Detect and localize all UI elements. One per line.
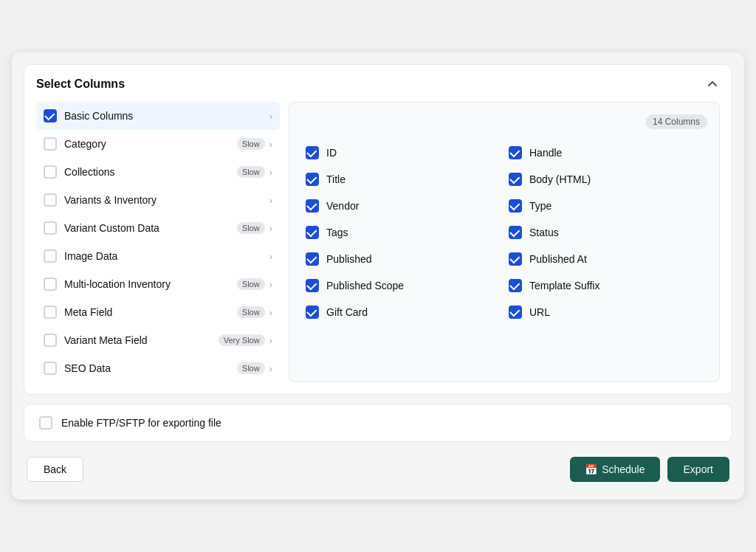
grid-item-handle[interactable]: Handle bbox=[504, 139, 707, 166]
grid-label-type: Type bbox=[529, 200, 551, 212]
grid-label-template-suffix: Template Suffix bbox=[529, 280, 599, 291]
arrow-icon-image-data: › bbox=[269, 251, 272, 262]
grid-item-title[interactable]: Title bbox=[301, 166, 504, 193]
item-label-multi-location-inventory: Multi-location Inventory bbox=[64, 278, 233, 290]
checkbox-variants-inventory[interactable] bbox=[44, 193, 57, 207]
grid-checkbox-published-scope[interactable] bbox=[306, 279, 319, 292]
grid-item-tags[interactable]: Tags bbox=[301, 219, 504, 246]
grid-label-gift-card: Gift Card bbox=[326, 306, 368, 318]
columns-layout: Basic Columns›CategorySlow›CollectionsSl… bbox=[36, 102, 720, 382]
left-panel-item-basic-columns[interactable]: Basic Columns› bbox=[36, 102, 280, 130]
card-header: Select Columns bbox=[36, 77, 720, 92]
badge-variant-meta-field: Very Slow bbox=[219, 334, 265, 346]
badge-meta-field: Slow bbox=[237, 306, 265, 318]
grid-checkbox-tags[interactable] bbox=[306, 226, 319, 239]
ftp-checkbox[interactable] bbox=[39, 416, 52, 429]
badge-multi-location-inventory: Slow bbox=[237, 278, 265, 290]
item-label-seo-data: SEO Data bbox=[64, 362, 233, 374]
export-button[interactable]: Export bbox=[667, 457, 729, 482]
grid-checkbox-published[interactable] bbox=[306, 252, 319, 266]
left-panel-item-meta-field[interactable]: Meta FieldSlow› bbox=[36, 298, 280, 326]
badge-collections: Slow bbox=[237, 166, 265, 178]
grid-checkbox-template-suffix[interactable] bbox=[509, 279, 522, 292]
grid-item-gift-card[interactable]: Gift Card bbox=[301, 299, 504, 325]
left-panel-item-image-data[interactable]: Image Data› bbox=[36, 242, 280, 270]
grid-item-body-html[interactable]: Body (HTML) bbox=[504, 166, 707, 193]
checkbox-image-data[interactable] bbox=[44, 249, 57, 263]
schedule-button[interactable]: 📅 Schedule bbox=[570, 457, 659, 482]
grid-item-template-suffix[interactable]: Template Suffix bbox=[504, 272, 707, 299]
checkbox-seo-data[interactable] bbox=[44, 362, 57, 375]
footer-bar: Back 📅 Schedule Export bbox=[24, 451, 732, 488]
card-title: Select Columns bbox=[36, 77, 125, 91]
grid-label-published: Published bbox=[326, 253, 372, 265]
grid-item-id[interactable]: ID bbox=[301, 139, 504, 166]
grid-label-vendor: Vendor bbox=[326, 200, 359, 212]
columns-count-badge: 14 Columns bbox=[645, 114, 707, 129]
grid-item-published-at[interactable]: Published At bbox=[504, 246, 707, 272]
item-label-collections: Collections bbox=[64, 166, 233, 178]
grid-label-published-at: Published At bbox=[529, 253, 587, 265]
checkbox-collections[interactable] bbox=[44, 165, 57, 179]
grid-label-status: Status bbox=[529, 227, 559, 238]
left-panel-item-variant-meta-field[interactable]: Variant Meta FieldVery Slow› bbox=[36, 326, 280, 354]
arrow-icon-variants-inventory: › bbox=[269, 195, 272, 206]
checkbox-basic-columns[interactable] bbox=[44, 109, 57, 123]
grid-item-published-scope[interactable]: Published Scope bbox=[301, 272, 504, 299]
grid-checkbox-body-html[interactable] bbox=[509, 173, 522, 186]
grid-checkbox-published-at[interactable] bbox=[509, 252, 522, 266]
select-columns-card: Select Columns Basic Columns›CategorySlo… bbox=[24, 64, 732, 395]
right-panel-header: 14 Columns bbox=[301, 114, 707, 129]
checkbox-multi-location-inventory[interactable] bbox=[44, 277, 57, 291]
right-panel: 14 Columns IDHandleTitleBody (HTML)Vendo… bbox=[289, 102, 720, 382]
left-panel-item-variant-custom-data[interactable]: Variant Custom DataSlow› bbox=[36, 214, 280, 242]
grid-checkbox-url[interactable] bbox=[509, 306, 522, 319]
arrow-icon-variant-custom-data: › bbox=[269, 223, 272, 234]
grid-item-vendor[interactable]: Vendor bbox=[301, 193, 504, 219]
grid-label-published-scope: Published Scope bbox=[326, 280, 404, 291]
arrow-icon-meta-field: › bbox=[269, 307, 272, 318]
ftp-label: Enable FTP/SFTP for exporting file bbox=[61, 417, 221, 429]
action-buttons: 📅 Schedule Export bbox=[570, 457, 729, 482]
item-label-category: Category bbox=[64, 138, 233, 150]
item-label-image-data: Image Data bbox=[64, 250, 265, 262]
grid-checkbox-id[interactable] bbox=[306, 146, 319, 159]
grid-checkbox-vendor[interactable] bbox=[306, 199, 319, 213]
left-panel-item-collections[interactable]: CollectionsSlow› bbox=[36, 158, 280, 186]
badge-variant-custom-data: Slow bbox=[237, 222, 265, 234]
checkbox-variant-custom-data[interactable] bbox=[44, 221, 57, 235]
grid-label-title: Title bbox=[326, 173, 346, 185]
grid-label-body-html: Body (HTML) bbox=[529, 173, 591, 185]
grid-checkbox-gift-card[interactable] bbox=[306, 306, 319, 319]
grid-label-url: URL bbox=[529, 306, 550, 318]
arrow-icon-category: › bbox=[269, 139, 272, 150]
main-container: Select Columns Basic Columns›CategorySlo… bbox=[12, 52, 744, 500]
badge-seo-data: Slow bbox=[237, 362, 265, 374]
arrow-icon-variant-meta-field: › bbox=[269, 335, 272, 346]
grid-item-type[interactable]: Type bbox=[504, 193, 707, 219]
arrow-icon-multi-location-inventory: › bbox=[269, 279, 272, 290]
item-label-meta-field: Meta Field bbox=[64, 306, 233, 318]
arrow-icon-collections: › bbox=[269, 167, 272, 178]
checkbox-meta-field[interactable] bbox=[44, 306, 57, 319]
left-panel: Basic Columns›CategorySlow›CollectionsSl… bbox=[36, 102, 280, 382]
grid-checkbox-handle[interactable] bbox=[509, 146, 522, 159]
arrow-icon-basic-columns: › bbox=[269, 111, 272, 122]
checkbox-category[interactable] bbox=[44, 137, 57, 151]
item-label-variant-custom-data: Variant Custom Data bbox=[64, 222, 233, 234]
grid-item-url[interactable]: URL bbox=[504, 299, 707, 325]
grid-item-published[interactable]: Published bbox=[301, 246, 504, 272]
left-panel-item-category[interactable]: CategorySlow› bbox=[36, 130, 280, 158]
left-panel-item-multi-location-inventory[interactable]: Multi-location InventorySlow› bbox=[36, 270, 280, 298]
grid-checkbox-title[interactable] bbox=[306, 173, 319, 186]
left-panel-item-seo-data[interactable]: SEO DataSlow› bbox=[36, 354, 280, 382]
ftp-card: Enable FTP/SFTP for exporting file bbox=[24, 404, 732, 442]
grid-checkbox-type[interactable] bbox=[509, 199, 522, 213]
back-button[interactable]: Back bbox=[27, 457, 83, 482]
left-panel-item-variants-inventory[interactable]: Variants & Inventory› bbox=[36, 186, 280, 214]
grid-checkbox-status[interactable] bbox=[509, 226, 522, 239]
checkbox-variant-meta-field[interactable] bbox=[44, 334, 57, 347]
calendar-icon: 📅 bbox=[585, 463, 597, 475]
grid-item-status[interactable]: Status bbox=[504, 219, 707, 246]
collapse-icon[interactable] bbox=[705, 77, 720, 92]
